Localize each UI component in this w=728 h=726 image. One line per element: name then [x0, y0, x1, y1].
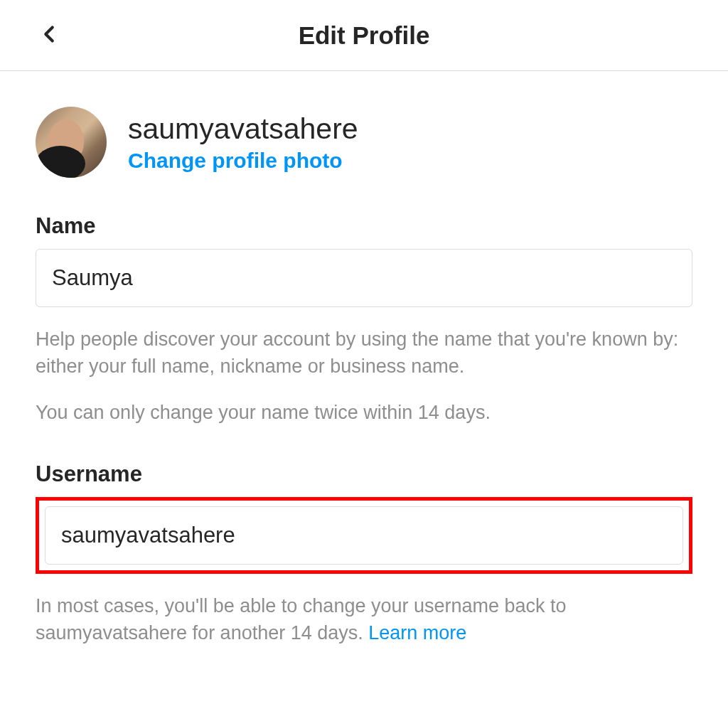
chevron-left-icon	[36, 21, 63, 48]
profile-header: saumyavatsahere Change profile photo	[36, 107, 692, 178]
username-field-section: Username In most cases, you'll be able t…	[36, 461, 692, 647]
username-highlight-box	[36, 497, 692, 574]
name-help-text-1: Help people discover your account by usi…	[36, 326, 692, 380]
name-label: Name	[36, 213, 692, 239]
username-help-text: In most cases, you'll be able to change …	[36, 592, 692, 647]
profile-info: saumyavatsahere Change profile photo	[128, 112, 358, 173]
header-bar: Edit Profile	[0, 0, 728, 71]
page-title: Edit Profile	[36, 21, 692, 50]
back-button[interactable]	[36, 21, 63, 50]
username-label: Username	[36, 461, 692, 487]
name-input[interactable]	[36, 249, 692, 307]
learn-more-link[interactable]: Learn more	[368, 622, 466, 644]
change-photo-link[interactable]: Change profile photo	[128, 149, 358, 173]
name-help-text-2: You can only change your name twice with…	[36, 399, 692, 426]
username-input[interactable]	[45, 506, 683, 565]
profile-username-display: saumyavatsahere	[128, 112, 358, 146]
name-help-text: Help people discover your account by usi…	[36, 326, 692, 426]
name-field-section: Name Help people discover your account b…	[36, 213, 692, 426]
content-area: saumyavatsahere Change profile photo Nam…	[0, 71, 728, 647]
avatar[interactable]	[36, 107, 107, 178]
username-help-prefix: In most cases, you'll be able to change …	[36, 595, 567, 644]
